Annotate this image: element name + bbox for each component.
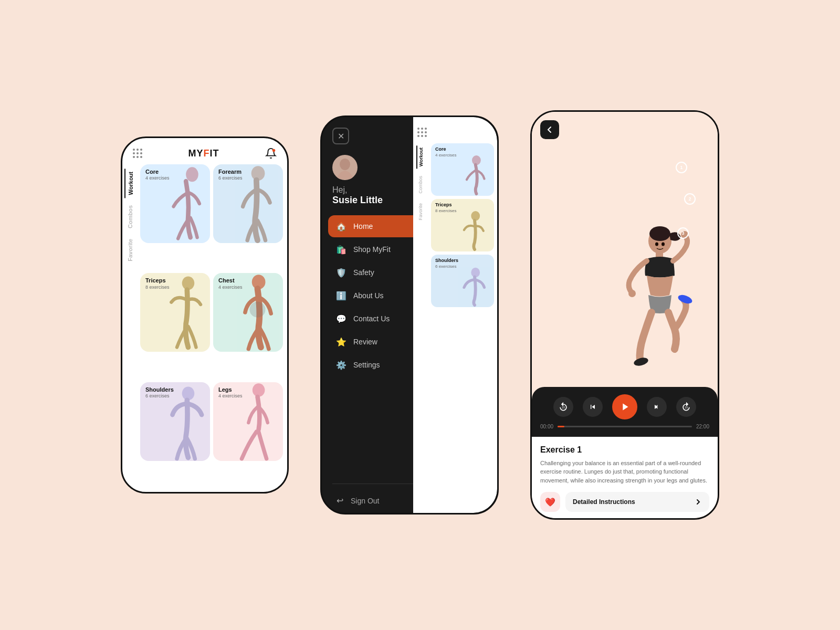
athlete-figure-icon (597, 219, 702, 387)
card-title-legs: Legs (218, 386, 243, 393)
phone-3-exercise: 1 2 3 10 (530, 110, 719, 520)
close-button[interactable]: ✕ (332, 128, 349, 144)
progress-track[interactable] (558, 426, 692, 427)
workout-card-legs[interactable]: Legs 4 exercises (213, 382, 283, 461)
svg-point-20 (662, 242, 665, 246)
controls-row: 10 (540, 394, 709, 419)
exercise-title: Exercise 1 (540, 445, 709, 455)
overlay-tab-workout[interactable]: Workout (416, 145, 425, 169)
overlay-triceps-figure (450, 209, 494, 251)
overlay-card-core[interactable]: Core 4 exercises (431, 143, 494, 196)
menu-label-shop: Shop MyFit (353, 245, 391, 254)
chevron-right-icon (695, 498, 702, 506)
menu-label-safety: Safety (353, 268, 374, 277)
tab-combos[interactable]: Combos (125, 202, 135, 232)
tab-workout[interactable]: Workout (124, 169, 136, 198)
overlay-card-shoulders[interactable]: Shoulders 6 exercises (431, 255, 494, 307)
menu-label-review: Review (353, 338, 377, 346)
svg-point-19 (655, 242, 658, 246)
card-sub-forearm: 6 exercises (218, 175, 243, 181)
phone1-vertical-tabs: Workout Combos Favorite (122, 164, 138, 492)
rewind-10-button[interactable]: 10 (553, 397, 573, 417)
card-title-triceps: Triceps (145, 277, 170, 284)
notification-bell-icon[interactable] (265, 148, 277, 159)
exercise-description: Challenging your balance is an essential… (540, 459, 709, 485)
home-icon: 🏠 (337, 222, 346, 231)
workout-card-chest[interactable]: Chest 4 exercises (213, 273, 283, 352)
review-icon: ⭐ (337, 337, 346, 346)
time-start: 00:00 (540, 424, 553, 429)
previous-button[interactable] (583, 397, 603, 417)
menu-label-contact: Contact Us (353, 314, 390, 323)
info-bottom-row: ❤️ Detailed Instructions (540, 492, 709, 512)
progress-fill (558, 426, 564, 427)
user-avatar (332, 155, 358, 180)
workout-card-triceps[interactable]: Triceps 8 exercises (140, 273, 210, 352)
favorite-heart-button[interactable]: ❤️ (540, 492, 560, 512)
time-end: 22:00 (696, 424, 709, 429)
overlay-menu-dots[interactable] (417, 128, 427, 137)
safety-icon: 🛡️ (337, 268, 346, 277)
overlay-title-shoulders: Shoulders (435, 258, 458, 263)
about-icon: ℹ️ (337, 291, 346, 300)
svg-point-8 (340, 159, 350, 170)
next-button[interactable] (647, 397, 667, 417)
card-title-core: Core (145, 169, 170, 175)
overlay-tab-combos[interactable]: Combos (417, 174, 424, 196)
svg-point-17 (628, 290, 636, 297)
app-logo: MYFIT (188, 148, 219, 159)
contact-icon: 💬 (337, 314, 346, 323)
card-title-chest: Chest (218, 277, 243, 284)
workout-card-shoulders[interactable]: Shoulders 6 exercises (140, 382, 210, 461)
marker-3: 3 (677, 227, 689, 239)
phone2-overlay-panel: Workout Combos Favorite Core 4 exercises (413, 117, 497, 513)
workout-cards-grid: Core 4 exercises Forearm (138, 164, 287, 492)
forward-10-button[interactable]: 10 (676, 397, 696, 417)
svg-point-1 (186, 167, 198, 182)
menu-label-home: Home (353, 222, 373, 230)
card-sub-shoulders: 6 exercises (145, 393, 174, 398)
phones-container: MYFIT Workout Combos Favorite Core (0, 0, 840, 630)
svg-point-7 (252, 383, 265, 397)
overlay-card-triceps[interactable]: Triceps 8 exercises (431, 199, 494, 251)
svg-text:10: 10 (685, 406, 688, 409)
card-sub-core: 4 exercises (145, 175, 170, 181)
exercise-image-area: 1 2 3 (532, 112, 718, 387)
tab-favorite[interactable]: Favorite (125, 236, 135, 265)
card-sub-chest: 4 exercises (218, 285, 243, 290)
marker-1: 1 (676, 162, 687, 173)
back-button[interactable] (540, 120, 559, 139)
overlay-title-triceps: Triceps (435, 202, 452, 207)
overlay-core-figure (450, 154, 494, 196)
media-controls: 10 (532, 387, 718, 437)
phone-1-workout: MYFIT Workout Combos Favorite Core (121, 136, 289, 494)
settings-icon: ⚙️ (337, 360, 346, 370)
overlay-tab-row (413, 117, 497, 141)
overlay-vertical-tabs: Workout Combos Favorite (413, 141, 428, 513)
signout-icon: ↩ (337, 496, 343, 506)
svg-text:10: 10 (562, 406, 565, 409)
card-sub-triceps: 8 exercises (145, 285, 170, 290)
card-title-forearm: Forearm (218, 169, 243, 175)
play-button[interactable] (612, 394, 637, 419)
detailed-btn-label: Detailed Instructions (573, 498, 635, 506)
workout-card-forearm[interactable]: Forearm 6 exercises (213, 164, 283, 243)
phone1-header: MYFIT (122, 138, 287, 164)
shop-icon: 🛍️ (337, 245, 346, 254)
card-sub-legs: 4 exercises (218, 393, 243, 398)
phone-2-menu: ✕ Hej, Susie Little 🏠 Home 🛍️ Shop MyFit (320, 116, 499, 514)
overlay-title-core: Core (435, 146, 446, 152)
overlay-content: Workout Combos Favorite Core 4 exercises (413, 141, 497, 513)
overlay-shoulders-figure (450, 265, 494, 307)
svg-point-0 (272, 149, 276, 152)
workout-card-core[interactable]: Core 4 exercises (140, 164, 210, 243)
detailed-instructions-button[interactable]: Detailed Instructions (565, 492, 709, 512)
marker-2: 2 (684, 193, 696, 205)
signout-label: Sign Out (351, 497, 379, 505)
progress-bar-area: 00:00 22:00 (540, 424, 709, 429)
overlay-cards-list: Core 4 exercises Triceps 8 exercises (428, 141, 497, 513)
card-title-shoulders: Shoulders (145, 386, 174, 393)
menu-dots-icon[interactable] (133, 149, 142, 158)
overlay-tab-favorite[interactable]: Favorite (417, 201, 424, 223)
menu-label-about: About Us (353, 291, 384, 300)
